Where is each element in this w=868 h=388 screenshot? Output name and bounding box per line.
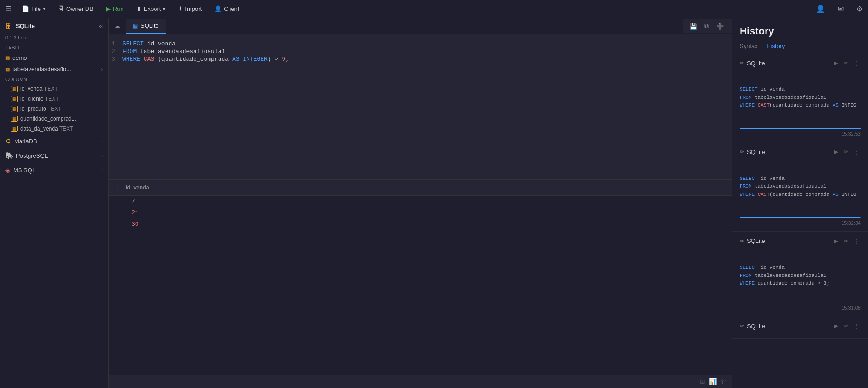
history-edit-1[interactable]: ✏ — [842, 59, 850, 67]
history-timestamp-1: 15:32:53 — [740, 131, 861, 136]
pencil-icon-2: ✏ — [740, 149, 744, 155]
history-tab-syntax[interactable]: Syntax — [740, 43, 758, 49]
postgresql-label: PostgreSQL — [16, 152, 48, 159]
editor-area: ☁ ▦ SQLite 💾 ⧉ ➕ 1 SELECT id_venda 2 FRO… — [109, 18, 732, 388]
result-row-3: 30 — [109, 218, 732, 230]
history-more-2[interactable]: ⋮ — [852, 148, 861, 156]
history-code-3: SELECT id_venda FROM tabelavendasdesafio… — [740, 248, 861, 303]
sidebar-item-demo[interactable]: ▦ demo — [0, 52, 108, 63]
result-cell-2: 21 — [128, 209, 173, 217]
run-button[interactable]: ▶ Run — [103, 4, 127, 14]
col-data_da_venda: ▦ data_da_venda TEXT — [0, 124, 108, 134]
history-code-2: SELECT id_venda FROM tabelavendasdesafio… — [740, 159, 861, 214]
history-code-1: SELECT id_venda FROM tabelavendasdesafio… — [740, 70, 861, 125]
history-title: History — [732, 18, 868, 41]
mail-icon[interactable]: ✉ — [838, 5, 844, 13]
save-button[interactable]: 💾 — [687, 21, 700, 31]
chart-view-icon[interactable]: 📊 — [709, 378, 717, 385]
postgresql-icon: 🐘 — [5, 152, 13, 159]
expand-icon-table[interactable]: › — [101, 66, 103, 73]
col-quantidade: ▦ quantidade_comprad... — [0, 114, 108, 124]
mariadb-icon: ⚙ — [5, 137, 11, 145]
copy-button[interactable]: ⧉ — [702, 21, 712, 31]
history-panel: History Syntax | History ✏ SQLite ▶ ✏ ⋮ — [732, 18, 868, 388]
owner-db-menu[interactable]: 🗄 Owner DB — [55, 4, 96, 14]
col-drag-icon[interactable]: ⋮ — [114, 184, 120, 191]
sidebar-item-mariadb[interactable]: ⚙ MariaDB › — [0, 134, 108, 148]
user-icon[interactable]: 👤 — [816, 5, 825, 13]
client-button[interactable]: 👤 Client — [212, 4, 242, 14]
table-icon-demo: ▦ — [5, 55, 10, 60]
history-timestamp-3: 15:31:08 — [740, 305, 861, 310]
results-header: ⋮ id_venda — [109, 180, 732, 196]
history-db-label-2: SQLite — [747, 149, 765, 155]
collapse-sqlite-icon[interactable]: ‹‹ — [99, 23, 103, 29]
history-more-3[interactable]: ⋮ — [852, 237, 861, 245]
history-edit-3[interactable]: ✏ — [842, 237, 850, 245]
results-footer: ⊞ 📊 🗑 — [109, 375, 732, 388]
history-db-label-3: SQLite — [747, 238, 765, 244]
tab-sqlite-label: SQLite — [141, 22, 159, 29]
tab-sqlite[interactable]: ▦ SQLite — [126, 19, 166, 34]
menu-icon[interactable]: ☰ — [5, 5, 12, 13]
history-item-4[interactable]: ✏ SQLite ▶ ✏ ⋮ — [732, 316, 868, 339]
import-button[interactable]: ⬇ Import — [175, 4, 205, 14]
history-scrollbar-2 — [740, 217, 861, 218]
history-scrollbar-1 — [740, 128, 861, 129]
table-name-label: tabelavendasdesafio... — [12, 66, 71, 73]
editor-toolbar: 💾 ⧉ ➕ — [683, 19, 732, 33]
sidebar-item-table[interactable]: ▦ tabelavendasdesafio... › — [0, 63, 108, 75]
col-id_produto: ▦ id_produto TEXT — [0, 104, 108, 114]
col-id_venda: ▦ id_venda TEXT — [0, 84, 108, 94]
history-timestamp-2: 15:32:34 — [740, 220, 861, 226]
pencil-icon-4: ✏ — [740, 323, 744, 329]
tab-sqlite-icon: ▦ — [133, 23, 138, 29]
history-more-4[interactable]: ⋮ — [852, 322, 861, 330]
sidebar-item-postgresql[interactable]: 🐘 PostgreSQL › — [0, 148, 108, 163]
history-item-3[interactable]: ✏ SQLite ▶ ✏ ⋮ SELECT id_venda FROM tabe… — [732, 232, 868, 316]
history-tab-history[interactable]: History — [766, 43, 785, 49]
code-line-2: 2 FROM tabelavendasdesafioaula1 — [109, 48, 732, 55]
sqlite-section-header: 🗄 SQLite ‹‹ — [0, 18, 108, 34]
history-run-3[interactable]: ▶ — [832, 237, 840, 245]
topbar: ☰ 📄 File ▾ 🗄 Owner DB ▶ Run ⬆ Export ▾ ⬇… — [0, 0, 868, 18]
export-menu[interactable]: ⬆ Export ▾ — [134, 4, 168, 14]
chevron-mssql: › — [101, 167, 103, 173]
main-layout: 🗄 SQLite ‹‹ 0.1.3 beta Table ▦ demo ▦ ta… — [0, 18, 868, 388]
owner-db-icon: 🗄 — [58, 5, 64, 12]
cloud-button[interactable]: ☁ — [109, 19, 126, 33]
history-edit-4[interactable]: ✏ — [842, 322, 850, 330]
history-item-1[interactable]: ✏ SQLite ▶ ✏ ⋮ SELECT id_venda FROM tabe… — [732, 53, 868, 142]
mariadb-label: MariaDB — [14, 138, 37, 145]
sqlite-label: SQLite — [16, 23, 35, 29]
column-section-label: Column — [0, 75, 108, 84]
history-item-2[interactable]: ✏ SQLite ▶ ✏ ⋮ SELECT id_venda FROM tabe… — [732, 142, 868, 231]
column-header-id_venda: id_venda — [122, 183, 153, 193]
client-icon: 👤 — [215, 5, 222, 12]
code-editor[interactable]: 1 SELECT id_venda 2 FROM tabelavendasdes… — [109, 34, 732, 179]
sidebar-item-mssql[interactable]: ◈ MS SQL › — [0, 163, 108, 177]
result-row-1: 7 — [109, 196, 732, 207]
settings-icon[interactable]: ⚙ — [856, 5, 863, 13]
mssql-icon: ◈ — [5, 166, 10, 174]
results-area: ⋮ id_venda 7 21 30 — [109, 179, 732, 375]
history-db-label-4: SQLite — [747, 323, 765, 330]
history-run-1[interactable]: ▶ — [832, 59, 840, 67]
import-icon: ⬇ — [178, 5, 183, 12]
run-icon: ▶ — [106, 5, 111, 12]
export-icon: ⬆ — [137, 5, 141, 12]
sqlite-icon: 🗄 — [5, 23, 11, 29]
history-edit-2[interactable]: ✏ — [842, 148, 850, 156]
table-view-icon[interactable]: ⊞ — [700, 378, 705, 385]
clear-results-icon[interactable]: 🗑 — [720, 378, 727, 385]
history-run-4[interactable]: ▶ — [832, 322, 840, 330]
history-run-2[interactable]: ▶ — [832, 148, 840, 156]
history-db-label-1: SQLite — [747, 60, 765, 67]
file-menu[interactable]: 📄 File ▾ — [19, 4, 48, 14]
result-cell-3: 30 — [128, 220, 173, 228]
chevron-postgresql: › — [101, 153, 103, 158]
history-more-1[interactable]: ⋮ — [852, 59, 861, 67]
table-section-label: Table — [0, 43, 108, 52]
mssql-label: MS SQL — [13, 167, 35, 174]
add-button[interactable]: ➕ — [713, 21, 727, 31]
